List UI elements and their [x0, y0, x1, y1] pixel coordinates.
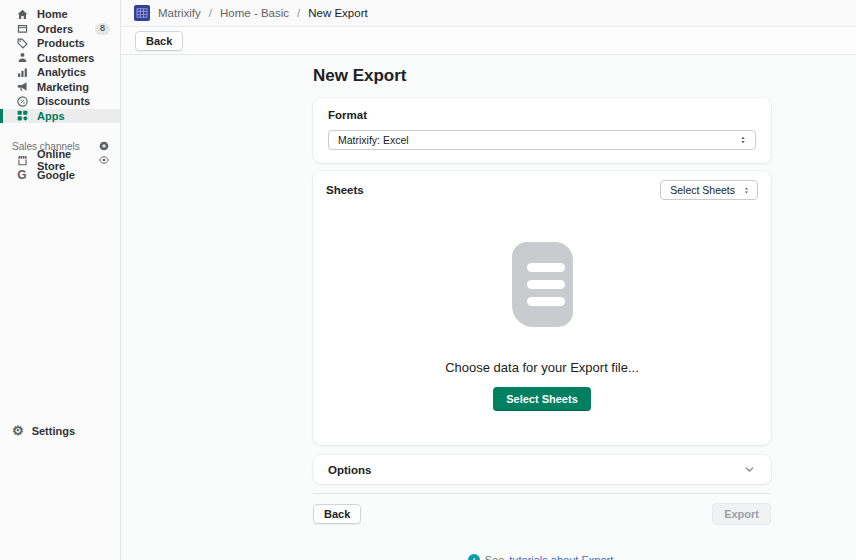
sidebar-item-analytics[interactable]: Analytics: [0, 65, 120, 80]
sidebar-item-marketing[interactable]: Marketing: [0, 80, 120, 95]
document-illustration-icon: [512, 242, 573, 327]
main-area: Matrixify / Home - Basic / New Export Ba…: [121, 0, 856, 560]
breadcrumb-current-page: New Export: [308, 7, 367, 19]
main-navigation: Home Orders 8 Products Customers A: [0, 0, 120, 182]
apps-icon: [15, 109, 29, 123]
sidebar-item-online-store[interactable]: Online Store: [0, 153, 120, 168]
matrixify-logo-icon: [134, 5, 150, 21]
sidebar-item-label: Customers: [37, 52, 94, 64]
chevron-down-icon: [743, 463, 756, 476]
sidebar-item-label: Marketing: [37, 81, 89, 93]
products-icon: [15, 36, 29, 50]
sidebar-item-home[interactable]: Home: [0, 7, 120, 22]
add-channel-icon[interactable]: [97, 140, 110, 153]
back-toolbar: Back: [121, 27, 856, 55]
sheets-label: Sheets: [326, 184, 364, 196]
sidebar-item-label: Google: [37, 169, 75, 181]
analytics-icon: [15, 65, 29, 79]
updown-caret-icon: [742, 185, 751, 196]
info-icon: i: [468, 554, 480, 560]
sidebar-item-label: Analytics: [37, 66, 86, 78]
select-sheets-button[interactable]: Select Sheets: [493, 387, 591, 411]
app-breadcrumb-bar: Matrixify / Home - Basic / New Export: [121, 0, 856, 27]
select-sheets-dropdown-label: Select Sheets: [670, 184, 735, 196]
sidebar-item-label: Products: [37, 37, 85, 49]
updown-caret-icon: [738, 134, 748, 146]
format-label: Format: [328, 109, 756, 121]
sheets-card: Sheets Select Sheets Choose data for: [313, 171, 771, 445]
sidebar: Home Orders 8 Products Customers A: [0, 0, 121, 560]
page-title: New Export: [313, 66, 771, 86]
orders-icon: [15, 22, 29, 36]
options-card[interactable]: Options: [313, 455, 771, 484]
back-button-bottom[interactable]: Back: [313, 504, 361, 524]
breadcrumb-separator: /: [297, 7, 300, 19]
sidebar-item-orders[interactable]: Orders 8: [0, 22, 120, 37]
footer-actions: Back Export: [313, 503, 771, 525]
eye-icon[interactable]: [98, 154, 110, 167]
home-icon: [15, 7, 29, 21]
sidebar-item-apps[interactable]: Apps: [0, 109, 120, 124]
format-card: Format Matrixify: Excel: [313, 98, 771, 163]
marketing-icon: [15, 80, 29, 94]
tutorials-link[interactable]: tutorials about Export.: [509, 554, 616, 560]
select-sheets-dropdown[interactable]: Select Sheets: [660, 180, 758, 200]
page-content: New Export Format Matrixify: Excel Sheet…: [121, 55, 856, 560]
breadcrumb-app-name[interactable]: Matrixify: [158, 7, 201, 19]
footer-divider: [313, 493, 771, 494]
sidebar-item-customers[interactable]: Customers: [0, 51, 120, 66]
breadcrumb-separator: /: [209, 7, 212, 19]
sidebar-item-label: Discounts: [37, 95, 90, 107]
discounts-icon: [15, 94, 29, 108]
sidebar-item-discounts[interactable]: Discounts: [0, 94, 120, 109]
sidebar-item-label: Apps: [37, 110, 65, 122]
store-icon: [15, 153, 29, 167]
sidebar-item-products[interactable]: Products: [0, 36, 120, 51]
customers-icon: [15, 51, 29, 65]
sidebar-item-label: Home: [37, 8, 68, 20]
sidebar-item-settings[interactable]: ⚙ Settings: [0, 423, 120, 438]
help-prefix: See: [485, 554, 505, 560]
options-label: Options: [328, 464, 371, 476]
breadcrumb-home-basic[interactable]: Home - Basic: [220, 7, 289, 19]
export-button[interactable]: Export: [712, 503, 771, 525]
back-button-top[interactable]: Back: [135, 31, 183, 51]
format-select[interactable]: Matrixify: Excel: [328, 130, 756, 150]
help-footer: i See tutorials about Export.: [313, 554, 771, 560]
orders-count-badge: 8: [95, 23, 110, 35]
sidebar-item-google[interactable]: G Google: [0, 168, 120, 183]
google-icon: G: [15, 168, 29, 182]
format-selected-value: Matrixify: Excel: [338, 134, 409, 146]
gear-icon: ⚙: [12, 424, 24, 437]
sidebar-item-label: Orders: [37, 23, 73, 35]
sheets-empty-message: Choose data for your Export file...: [445, 360, 639, 375]
sidebar-item-label: Settings: [32, 425, 75, 437]
